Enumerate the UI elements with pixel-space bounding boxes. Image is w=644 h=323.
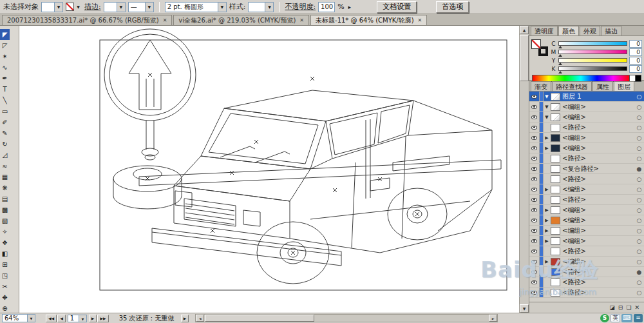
zoom-tool[interactable]: ⊕ bbox=[0, 303, 10, 313]
opacity-panel-link[interactable]: 不透明度: bbox=[285, 2, 316, 12]
layer-name[interactable]: <路径> bbox=[562, 247, 634, 256]
layer-row[interactable]: ▶ <编组> ○ bbox=[529, 133, 644, 143]
target-circle-icon[interactable]: ○ bbox=[634, 124, 644, 131]
target-circle-icon[interactable]: ○ bbox=[634, 217, 644, 224]
layer-name[interactable]: <路径> bbox=[562, 288, 634, 297]
layer-name[interactable]: <编组> bbox=[562, 257, 634, 266]
expand-triangle-icon[interactable]: ▶ bbox=[544, 208, 550, 213]
scroll-left-icon[interactable]: ◄ bbox=[196, 315, 204, 322]
expand-triangle-icon[interactable]: ▶ bbox=[544, 218, 550, 223]
layer-thumbnail[interactable] bbox=[551, 217, 560, 224]
stroke-color-swatch[interactable]: ▼ bbox=[66, 3, 82, 11]
visibility-toggle[interactable] bbox=[529, 226, 540, 235]
panel-tab[interactable]: 描边 bbox=[601, 26, 621, 35]
panel-tab[interactable]: 渐变 bbox=[531, 81, 551, 91]
make-clipping-mask-icon[interactable]: ◪ bbox=[609, 304, 615, 311]
target-circle-icon[interactable]: ○ bbox=[634, 114, 644, 121]
layer-name[interactable]: <编组> bbox=[562, 237, 634, 246]
layer-name[interactable]: <路径> bbox=[562, 278, 634, 287]
target-circle-icon[interactable]: ○ bbox=[634, 197, 644, 203]
target-circle-icon[interactable]: ○ bbox=[634, 228, 644, 234]
delete-layer-icon[interactable]: ✕ bbox=[634, 304, 639, 311]
layer-row[interactable]: <路径> ○ bbox=[529, 246, 644, 257]
black-swatch[interactable] bbox=[636, 75, 641, 82]
first-page-button[interactable]: ◀◀ bbox=[46, 315, 57, 322]
scale-tool[interactable]: ◿ bbox=[0, 150, 10, 161]
visibility-toggle[interactable] bbox=[529, 236, 540, 246]
visibility-toggle[interactable] bbox=[529, 195, 540, 204]
warp-tool[interactable]: ≈ bbox=[0, 161, 10, 171]
channel-value-input[interactable]: 0 bbox=[629, 57, 642, 64]
layer-thumbnail[interactable] bbox=[551, 258, 560, 266]
preferences-button[interactable]: 首选项 bbox=[436, 1, 469, 13]
rectangle-tool[interactable]: ▭ bbox=[0, 106, 10, 117]
layer-row[interactable]: ▶ <编组> ○ bbox=[529, 143, 644, 153]
layer-name[interactable]: <路径> bbox=[562, 195, 634, 204]
document-tab[interactable]: 未标题-11* @ 64% (CMYK/轮廓) ✕ bbox=[310, 15, 427, 25]
layer-row[interactable]: <路径> ○ bbox=[529, 277, 644, 288]
layer-row[interactable]: <路径> ○ bbox=[529, 195, 644, 205]
layer-thumbnail[interactable] bbox=[551, 268, 560, 276]
slider-knob-icon[interactable] bbox=[558, 71, 562, 73]
visibility-toggle[interactable] bbox=[529, 122, 540, 132]
symbol-sprayer-tool[interactable]: ❋ bbox=[0, 182, 10, 193]
layer-row[interactable]: ▶ <编组> ○ bbox=[529, 236, 644, 246]
expand-triangle-icon[interactable]: ▶ bbox=[544, 146, 550, 151]
close-tab-icon[interactable]: ✕ bbox=[299, 17, 304, 23]
free-transform-tool[interactable]: ▦ bbox=[0, 171, 10, 182]
layer-thumbnail[interactable] bbox=[551, 175, 560, 183]
stroke-panel-link[interactable]: 描边: bbox=[84, 2, 101, 12]
slider-knob-icon[interactable] bbox=[558, 54, 562, 57]
panel-tab[interactable]: 属性 bbox=[592, 81, 613, 91]
scroll-right-icon[interactable]: ► bbox=[489, 315, 497, 322]
target-circle-icon[interactable]: ○ bbox=[634, 248, 644, 255]
panel-tab[interactable]: 图层 bbox=[614, 81, 634, 91]
layer-name[interactable]: <路径> bbox=[562, 175, 634, 184]
target-circle-icon[interactable]: ○ bbox=[634, 176, 644, 182]
visibility-toggle[interactable] bbox=[529, 143, 540, 153]
panel-tab[interactable]: 透明度 bbox=[531, 26, 558, 35]
mesh-tool[interactable]: ▩ bbox=[0, 204, 10, 215]
zoom-select[interactable]: 64% ▼ bbox=[2, 314, 35, 322]
slider-knob-icon[interactable] bbox=[558, 46, 562, 48]
target-circle-icon[interactable]: ○ bbox=[634, 93, 644, 100]
ime-menu-icon[interactable]: ≡ bbox=[634, 314, 643, 322]
fill-stroke-widget[interactable] bbox=[531, 39, 548, 56]
visibility-toggle[interactable] bbox=[529, 288, 540, 297]
target-circle-icon[interactable]: ○ bbox=[634, 259, 644, 265]
expand-triangle-icon[interactable]: ▼ bbox=[544, 115, 550, 120]
panel-tab[interactable]: 颜色 bbox=[558, 26, 579, 35]
layer-row[interactable]: <路径> ○ bbox=[529, 288, 644, 298]
target-circle-icon[interactable]: ○ bbox=[634, 289, 644, 296]
layer-thumbnail[interactable] bbox=[551, 289, 560, 297]
layer-name[interactable]: <路径> bbox=[562, 268, 634, 277]
target-circle-icon[interactable]: ○ bbox=[634, 155, 644, 162]
target-circle-icon[interactable]: ○ bbox=[634, 279, 644, 286]
visibility-toggle[interactable] bbox=[529, 257, 540, 266]
target-circle-icon[interactable]: ● bbox=[634, 166, 644, 172]
expand-triangle-icon[interactable]: ▶ bbox=[544, 187, 550, 192]
fill-swatch-none-icon[interactable] bbox=[531, 39, 541, 49]
live-paint-bucket-tool[interactable]: ◧ bbox=[0, 248, 10, 259]
channel-slider[interactable] bbox=[558, 66, 627, 71]
expand-triangle-icon[interactable]: ▶ bbox=[544, 228, 550, 233]
layer-name[interactable]: <编组> bbox=[562, 144, 634, 153]
layer-row[interactable]: ▶ <编组> ○ bbox=[529, 184, 644, 195]
layer-thumbnail[interactable] bbox=[551, 279, 560, 286]
layer-row[interactable]: <路径> ○ bbox=[529, 122, 644, 133]
layer-thumbnail[interactable] bbox=[551, 227, 560, 235]
new-layer-icon[interactable]: ❏ bbox=[626, 304, 631, 311]
style-select[interactable]: ▼ bbox=[248, 2, 274, 12]
status-expand-icon[interactable]: ▶ bbox=[181, 315, 189, 322]
pen-tool[interactable]: ✒ bbox=[0, 73, 10, 84]
direct-selection-tool[interactable]: ◸ bbox=[0, 40, 10, 51]
line-segment-tool[interactable]: ╲ bbox=[0, 95, 10, 106]
keyboard-icon[interactable]: ⌨ bbox=[621, 314, 632, 322]
layer-thumbnail[interactable] bbox=[551, 144, 560, 152]
eyedropper-tool[interactable]: ✧ bbox=[0, 226, 10, 237]
layer-name[interactable]: <编组> bbox=[562, 216, 634, 225]
target-circle-icon[interactable]: ○ bbox=[634, 104, 644, 110]
layer-name[interactable]: <编组> bbox=[562, 133, 634, 142]
close-tab-icon[interactable]: ✕ bbox=[163, 17, 167, 23]
layer-name[interactable]: <编组> bbox=[562, 206, 634, 215]
